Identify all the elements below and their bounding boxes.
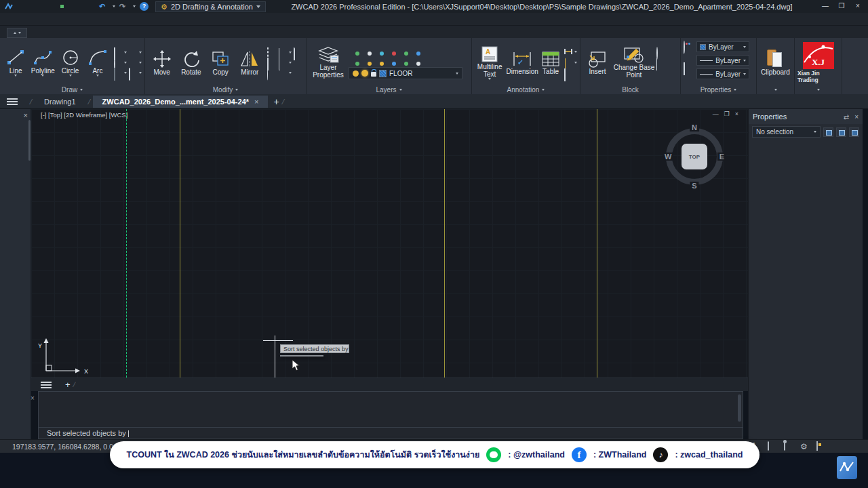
ellipse-tool[interactable] [114, 58, 127, 67]
multiline-text-tool[interactable]: A Multiline Text [475, 45, 505, 80]
new-file-icon[interactable] [18, 2, 27, 11]
plot-icon[interactable] [72, 2, 81, 11]
leader-tool[interactable] [564, 58, 577, 67]
color-dropdown[interactable]: ByLayer [696, 41, 749, 52]
mirror-tool[interactable]: Mirror [236, 49, 264, 76]
minimize-button[interactable]: — [818, 1, 833, 12]
layer-match-tool[interactable] [410, 45, 419, 54]
hardware-icon[interactable] [816, 442, 826, 451]
quick-properties-icon[interactable] [784, 442, 793, 451]
dimension-tool[interactable]: Dimension [506, 50, 538, 75]
redo-dropdown-caret[interactable] [133, 5, 136, 7]
settings-gear-icon[interactable]: ⚙ [800, 442, 810, 451]
select-objects-icon[interactable] [836, 127, 846, 137]
new-layout-button[interactable]: + [65, 380, 71, 390]
rotate-tool[interactable]: Rotate [177, 49, 205, 76]
undo-dropdown-caret[interactable] [113, 5, 115, 7]
status-menu-icon[interactable] [849, 442, 859, 451]
command-prompt[interactable]: Sort selected objects by [39, 427, 743, 439]
move-tool[interactable]: Move [148, 49, 176, 76]
layer-off-tool[interactable] [373, 56, 382, 64]
layer-thaw-tool[interactable] [385, 56, 395, 64]
block-attributes-tool[interactable] [656, 69, 666, 78]
dim-style-tool[interactable] [564, 47, 577, 56]
layer-unlock-tool[interactable] [397, 56, 407, 64]
maximize-button[interactable]: ❐ [834, 1, 849, 12]
arc-tool[interactable]: Arc [85, 48, 111, 77]
compass-east[interactable]: E [717, 152, 726, 161]
trim-tool[interactable] [279, 48, 292, 57]
table-tool[interactable]: Table [540, 50, 561, 75]
layer-bulb-icon[interactable] [353, 70, 359, 77]
layer-dropdown-caret[interactable] [456, 73, 458, 75]
drawing-canvas[interactable]: [-] [Top] [2D Wireframe] [WCS] — ❐ × N S… [31, 109, 748, 378]
vp-restore-icon[interactable]: ❐ [724, 110, 730, 117]
layer-isolate-tool[interactable] [349, 56, 358, 64]
change-base-point-tool[interactable]: Change Base Point [613, 46, 655, 79]
open-file-icon[interactable] [31, 2, 41, 11]
scale-tool[interactable] [267, 58, 277, 67]
clipboard-tool[interactable]: Clipboard [760, 49, 791, 76]
stretch-tool[interactable] [267, 48, 277, 57]
layer-merge-tool[interactable] [410, 56, 419, 64]
make-block-tool[interactable] [656, 47, 666, 56]
doc-tabs-menu-icon[interactable] [7, 98, 18, 105]
offset-tool[interactable] [294, 48, 303, 57]
match-properties-icon[interactable] [684, 41, 693, 49]
draw-panel-label[interactable]: Draw [0, 85, 144, 94]
redo-icon[interactable]: ↷ [119, 2, 129, 11]
layer-dropdown[interactable]: FLOOR [349, 67, 462, 79]
layer-color-swatch[interactable] [379, 70, 387, 77]
modify-panel-label[interactable]: Modify [145, 85, 306, 94]
circle-tool[interactable]: Circle [58, 48, 83, 77]
app-logo-icon[interactable] [4, 2, 14, 11]
doc-tab-active[interactable]: ZWCAD_2026_Demo_...ment_2025-04-24*× [93, 96, 269, 108]
command-close-icon[interactable]: × [31, 394, 35, 402]
layer-sun-icon[interactable] [361, 70, 368, 77]
save-icon[interactable] [45, 2, 54, 11]
workspace-switcher[interactable]: ⚙ 2D Drafting & Annotation [155, 1, 266, 12]
edit-block-tool[interactable] [656, 58, 666, 67]
layer-unisolate-tool[interactable] [361, 56, 370, 64]
clipboard-panel-label[interactable] [757, 85, 794, 94]
dock-icon[interactable]: ⇄ [844, 113, 849, 121]
spline-tool[interactable] [129, 48, 142, 57]
layer-on-tool[interactable] [349, 45, 358, 54]
compass-north[interactable]: N [690, 123, 699, 131]
layer-properties-tool[interactable]: Layer Properties [309, 46, 347, 79]
command-window[interactable]: × Sort selected objects by [38, 391, 743, 439]
viewport-label[interactable]: [-] [Top] [2D Wireframe] [WCS] [41, 111, 127, 119]
line-tool[interactable]: Line [3, 48, 28, 77]
array-tool[interactable] [279, 68, 292, 77]
vp-close-icon[interactable]: × [735, 110, 738, 117]
new-doc-tab-button[interactable]: + [273, 96, 279, 107]
polyline-tool[interactable]: Polyline [30, 48, 56, 77]
annotation-panel-label[interactable]: Annotation [472, 85, 580, 94]
layer-freeze-tool[interactable] [373, 45, 382, 54]
save-as-icon[interactable] [58, 2, 68, 11]
copy-tool[interactable]: Copy [207, 49, 235, 76]
properties-panel-label[interactable]: Properties [681, 85, 756, 94]
xj-panel-label[interactable] [795, 85, 842, 94]
palette-close-icon[interactable]: × [24, 111, 28, 119]
rectangle-tool[interactable] [114, 48, 127, 57]
palette-scrollbar[interactable] [28, 120, 31, 161]
properties-close-icon[interactable]: × [854, 113, 859, 121]
vp-minimize-icon[interactable]: — [713, 110, 719, 117]
layout-menu-icon[interactable] [41, 382, 52, 388]
layer-bulb-tool[interactable] [361, 45, 370, 54]
point-tool[interactable] [129, 58, 142, 67]
compass-top-face[interactable]: TOP [682, 144, 707, 169]
fillet-tool[interactable] [279, 58, 292, 67]
layer-prev-tool[interactable] [397, 45, 407, 54]
compass-west[interactable]: W [663, 152, 673, 161]
insert-block-tool[interactable]: Insert [583, 50, 612, 75]
lineweight-list-icon[interactable] [684, 52, 693, 60]
ribbon-collapse-button[interactable] [7, 28, 27, 38]
table-style-tool[interactable] [564, 69, 577, 78]
explode-tool[interactable] [294, 68, 303, 77]
layer-lock-icon[interactable] [371, 72, 376, 77]
help-icon[interactable]: ? [140, 2, 149, 11]
preview-icon[interactable] [85, 2, 95, 11]
lineweight-dropdown[interactable]: ByLayer [696, 68, 749, 79]
